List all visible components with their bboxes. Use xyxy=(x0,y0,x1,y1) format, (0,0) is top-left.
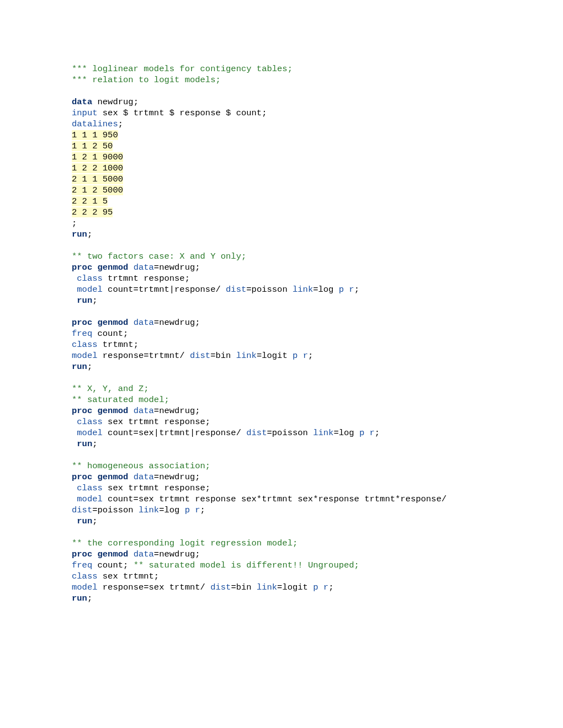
class-vars: sex trtmnt; xyxy=(98,571,160,581)
kw-data-opt: data xyxy=(128,472,154,482)
class-vars: sex trtmnt response; xyxy=(103,483,210,493)
kw-class: class xyxy=(72,417,103,427)
data-row: 2 1 1 5000 xyxy=(72,174,123,184)
model-spec: count=sex|trtmnt|response/ xyxy=(103,428,246,438)
eq: =log xyxy=(333,428,359,438)
kw-data-opt: data xyxy=(128,263,154,272)
eq: =poisson xyxy=(267,428,313,438)
class-vars: trtmnt response; xyxy=(103,274,190,283)
input-vars: sex $ trtmnt $ response $ count; xyxy=(98,108,267,118)
kw-dist: dist xyxy=(190,351,210,361)
model-spec: response=sex trtmnt/ xyxy=(98,582,211,592)
comment: *** loglinear models for contigency tabl… xyxy=(72,64,293,74)
kw-freq: freq xyxy=(72,329,92,339)
semicolon: ; xyxy=(354,285,359,295)
kw-link: link xyxy=(139,505,159,515)
data-row: 1 2 2 1000 xyxy=(72,163,123,173)
kw-run: run xyxy=(72,362,87,372)
freq-var: count; xyxy=(92,560,133,570)
kw-pr: p r xyxy=(293,351,308,361)
semicolon: ; xyxy=(375,428,380,438)
comment: ** X, Y, and Z; xyxy=(72,384,149,394)
comment: ** the corresponding logit regression mo… xyxy=(72,538,298,548)
kw-run: run xyxy=(72,296,92,306)
semicolon: ; xyxy=(87,229,92,239)
kw-model: model xyxy=(72,494,103,504)
eq: =bin xyxy=(210,351,236,361)
semicolon: ; xyxy=(92,439,97,449)
semicolon: ; xyxy=(92,296,97,306)
eq: =newdrug; xyxy=(154,406,200,416)
kw-link: link xyxy=(313,428,333,438)
kw-run: run xyxy=(72,516,92,526)
eq: =logit xyxy=(277,582,313,592)
kw-proc: proc genmod xyxy=(72,406,128,416)
kw-datalines: datalines xyxy=(72,119,118,129)
eq: =poisson xyxy=(246,285,293,295)
kw-model: model xyxy=(72,428,103,438)
semicolon: ; xyxy=(72,218,77,228)
kw-proc: proc genmod xyxy=(72,549,128,559)
eq: =poisson xyxy=(92,505,139,515)
semicolon: ; xyxy=(328,582,333,592)
semicolon: ; xyxy=(87,593,92,603)
kw-class: class xyxy=(72,571,98,581)
comment: ** homogeneous association; xyxy=(72,461,210,471)
data-row: 1 1 1 950 xyxy=(72,130,118,140)
kw-model: model xyxy=(72,582,98,592)
kw-dist: dist xyxy=(246,428,267,438)
kw-link: link xyxy=(257,582,277,592)
comment: ** saturated model is different!! Ungrou… xyxy=(134,560,359,570)
data-row: 2 2 2 95 xyxy=(72,207,113,217)
data-row: 2 2 1 5 xyxy=(72,196,108,206)
semicolon: ; xyxy=(87,362,92,372)
data-row: 1 2 1 9000 xyxy=(72,152,123,162)
kw-link: link xyxy=(236,351,257,361)
kw-model: model xyxy=(72,285,103,295)
comment: *** relation to logit models; xyxy=(72,75,221,85)
kw-dist: dist xyxy=(226,285,246,295)
kw-pr: p r xyxy=(185,505,200,515)
model-spec: count=trtmnt|response/ xyxy=(103,285,226,295)
kw-class: class xyxy=(72,483,103,493)
kw-data-opt: data xyxy=(128,406,154,416)
eq: =log xyxy=(313,285,339,295)
kw-input: input xyxy=(72,108,98,118)
kw-freq: freq xyxy=(72,560,92,570)
model-spec: count=sex trtmnt response sex*trtmnt sex… xyxy=(103,494,447,504)
kw-model: model xyxy=(72,351,98,361)
kw-data: data xyxy=(72,97,92,107)
eq: =log xyxy=(159,505,185,515)
kw-link: link xyxy=(293,285,313,295)
kw-run: run xyxy=(72,593,87,603)
semicolon: ; xyxy=(200,505,205,515)
eq: =logit xyxy=(257,351,293,361)
model-spec: response=trtmnt/ xyxy=(98,351,190,361)
kw-run: run xyxy=(72,229,87,239)
semicolon: ; xyxy=(118,119,123,129)
kw-proc: proc genmod xyxy=(72,318,128,328)
kw-pr: p r xyxy=(313,582,328,592)
comment: ** two factors case: X and Y only; xyxy=(72,251,246,261)
semicolon: ; xyxy=(308,351,313,361)
comment: ** saturated model; xyxy=(72,395,169,405)
kw-pr: p r xyxy=(359,428,375,438)
class-vars: sex trtmnt response; xyxy=(103,417,210,427)
kw-data-opt: data xyxy=(128,318,154,328)
kw-proc: proc genmod xyxy=(72,263,128,272)
kw-pr: p r xyxy=(339,285,354,295)
eq: =newdrug; xyxy=(154,263,200,272)
kw-run: run xyxy=(72,439,92,449)
kw-class: class xyxy=(72,274,103,283)
kw-class: class xyxy=(72,340,98,350)
kw-proc: proc genmod xyxy=(72,472,128,482)
eq: =newdrug; xyxy=(154,318,200,328)
freq-var: count; xyxy=(92,329,128,339)
kw-dist: dist xyxy=(210,582,231,592)
eq: =bin xyxy=(231,582,257,592)
kw-data-opt: data xyxy=(128,549,154,559)
data-row: 1 1 2 50 xyxy=(72,141,113,151)
eq: =newdrug; xyxy=(154,472,200,482)
semicolon: ; xyxy=(92,516,97,526)
class-vars: trtmnt; xyxy=(98,340,139,350)
